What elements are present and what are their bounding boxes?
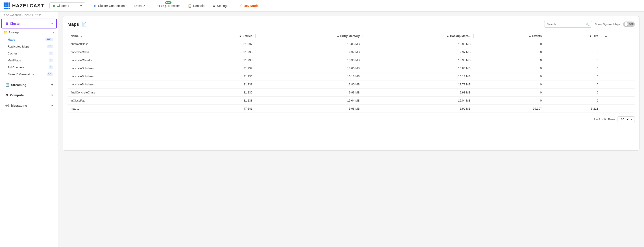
messaging-chevron-icon: ▾ xyxy=(51,104,53,107)
cell-name: finalConcreteClass xyxy=(68,88,183,96)
sidebar-item-replicated-maps[interactable]: Replicated Maps 1/2 xyxy=(1,43,57,50)
sidebar-item-multimaps[interactable]: MultiMaps 1 xyxy=(1,57,57,64)
cell-extra xyxy=(602,64,635,72)
external-link-icon: ↗ xyxy=(143,4,145,7)
col-header-entry-memory[interactable]: ▲ Entry Memory xyxy=(256,32,363,40)
sidebar-streaming-label: Streaming xyxy=(11,83,26,87)
pn-counters-badge: 1 xyxy=(49,66,53,69)
sql-browser-button[interactable]: New 🗃 SQL Browser xyxy=(154,3,183,9)
compute-chevron-icon: ▾ xyxy=(51,94,53,97)
search-icon: 🔍 xyxy=(586,22,590,26)
maps-item-label: Maps xyxy=(8,38,15,41)
pagination: 1 – 9 of 9 Rows 5102050100 ▾ xyxy=(68,116,635,122)
cell-entry-memory: 13.33 MB xyxy=(256,56,363,64)
sidebar-item-pn-counters[interactable]: PN Counters 1 xyxy=(1,64,57,70)
replicated-maps-item-label: Replicated Maps xyxy=(8,45,29,48)
cluster-connections-button[interactable]: ⊕ Cluster Connections xyxy=(91,3,130,9)
cell-entry-memory: 5.98 MB xyxy=(256,105,363,113)
cell-backup-mem: 9.37 MB xyxy=(363,48,474,56)
sidebar-storage-group: 📁 Storage ▲ Maps 9/12 Replicated Maps 1/… xyxy=(0,29,58,80)
main-content: Maps 📄 🔍 Show System Maps OFF xyxy=(58,12,644,247)
table-row[interactable]: concreteSubclass... 31,237 18.86 MB 18.8… xyxy=(68,64,635,72)
card-header: Maps 📄 🔍 Show System Maps OFF xyxy=(68,21,635,28)
rows-per-page-dropdown[interactable]: 5102050100 xyxy=(620,118,630,121)
caches-badge: 1 xyxy=(49,52,53,55)
cell-entries: 31,238 xyxy=(183,80,256,88)
maps-table: Name ▲ ▲ Entries ▲ Entry Memory xyxy=(68,32,635,113)
events-sort-icon: ▲ xyxy=(528,34,532,38)
table-row[interactable]: inClassPath 31,238 15.04 MB 15.04 MB 0 0 xyxy=(68,96,635,105)
cell-name: concreteSubclass... xyxy=(68,64,183,72)
streaming-chevron-icon: ▾ xyxy=(51,84,53,86)
dev-mode-button[interactable]: ⟨⟩ Dev Mode xyxy=(237,3,262,9)
header-right: 🔍 Show System Maps OFF xyxy=(544,21,635,28)
cell-hits: 0 xyxy=(545,88,602,96)
col-backup-mem-label: Backup Mem... xyxy=(450,34,470,38)
table-row[interactable]: map-1 47,541 5.98 MB 5.99 MB 99,107 5,21… xyxy=(68,105,635,113)
cell-extra xyxy=(602,105,635,113)
replicated-maps-badge: 1/2 xyxy=(47,44,53,48)
cell-backup-mem: 15.04 MB xyxy=(363,96,474,105)
logo-text: HAZELCAST xyxy=(12,3,44,9)
plus-circle-icon: ⊕ xyxy=(94,4,97,8)
multimaps-item-label: MultiMaps xyxy=(8,59,21,62)
storage-group-header[interactable]: 📁 Storage ▲ xyxy=(0,29,58,36)
rows-select-chevron-icon: ▾ xyxy=(631,118,632,121)
table-body: abstractClass 31,237 15.85 MB 15.85 MB 0… xyxy=(68,40,635,113)
messaging-icon: 💬 xyxy=(6,104,9,107)
logo-grid-icon xyxy=(4,2,10,9)
cluster-connections-label: Cluster Connections xyxy=(98,4,126,8)
entries-sort-icon: ▲ xyxy=(239,34,242,38)
sidebar-item-caches[interactable]: Caches 1 xyxy=(1,50,57,57)
storage-label: Storage xyxy=(8,31,19,34)
caches-item-label: Caches xyxy=(8,52,18,55)
dev-mode-label: Dev Mode xyxy=(244,4,258,8)
cell-entry-memory: 15.13 MB xyxy=(256,72,363,80)
cell-hits: 5,211 xyxy=(545,105,602,113)
pn-counters-item-label: PN Counters xyxy=(8,66,24,69)
show-system-maps-toggle[interactable]: OFF xyxy=(623,22,635,27)
docs-button[interactable]: Docs ↗ xyxy=(131,3,148,9)
cell-events: 0 xyxy=(474,64,545,72)
maps-file-icon: 📄 xyxy=(82,22,86,27)
col-header-backup-mem[interactable]: ▲ Backup Mem... xyxy=(363,32,474,40)
cell-hits: 0 xyxy=(545,56,602,64)
table-row[interactable]: concreteClass 31,235 9.37 MB 9.37 MB 0 0 xyxy=(68,48,635,56)
table-row[interactable]: concreteClassExt... 31,235 13.33 MB 13.3… xyxy=(68,56,635,64)
sidebar-cluster-section[interactable]: ⊞ Cluster ▾ xyxy=(1,18,57,28)
table-row[interactable]: concreteSubclass... 31,236 15.13 MB 15.1… xyxy=(68,72,635,80)
sidebar-streaming-section[interactable]: 🔄 Streaming ▾ xyxy=(1,80,57,90)
sidebar-messaging-section[interactable]: 💬 Messaging ▾ xyxy=(1,101,57,110)
col-header-events[interactable]: ▲ Events xyxy=(474,32,545,40)
sidebar-item-flake-id[interactable]: Flake ID Generators 1/1 xyxy=(1,71,57,78)
cell-entries: 31,235 xyxy=(183,56,256,64)
table-row[interactable]: concreteSubclass... 31,238 12.80 MB 12.7… xyxy=(68,80,635,88)
col-header-hits[interactable]: ▲ Hits xyxy=(545,32,602,40)
search-box[interactable]: 🔍 xyxy=(544,21,592,28)
cell-entry-memory: 18.86 MB xyxy=(256,64,363,72)
rows-label: Rows xyxy=(608,118,615,121)
col-header-entries[interactable]: ▲ Entries xyxy=(183,32,256,40)
cell-extra xyxy=(602,80,635,88)
cell-backup-mem: 12.79 MB xyxy=(363,80,474,88)
cell-name: concreteClassExt... xyxy=(68,56,183,64)
topnav: HAZELCAST Cluster-1 ▾ ⊕ Cluster Connecti… xyxy=(0,0,644,12)
console-button[interactable]: 📋 Console xyxy=(185,3,208,9)
cluster-selector[interactable]: Cluster-1 ▾ xyxy=(49,2,85,9)
rows-per-page-select[interactable]: 5102050100 ▾ xyxy=(618,116,635,122)
cell-backup-mem: 13.33 MB xyxy=(363,56,474,64)
cell-entries: 31,235 xyxy=(183,88,256,96)
settings-button[interactable]: ⚙ Settings xyxy=(210,3,232,9)
col-hits-label: Hits xyxy=(593,34,598,38)
table-row[interactable]: abstractClass 31,237 15.85 MB 15.85 MB 0… xyxy=(68,40,635,48)
sidebar-compute-section[interactable]: ⚙ Compute ▾ xyxy=(1,90,57,100)
col-entry-memory-label: Entry Memory xyxy=(340,34,360,38)
cell-backup-mem: 15.85 MB xyxy=(363,40,474,48)
col-header-name[interactable]: Name ▲ xyxy=(68,32,183,40)
logo: HAZELCAST xyxy=(4,2,44,9)
search-input[interactable] xyxy=(547,23,584,26)
table-row[interactable]: finalConcreteClass 31,235 9.93 MB 9.93 M… xyxy=(68,88,635,96)
sidebar-item-maps[interactable]: Maps 9/12 xyxy=(1,36,57,43)
cell-backup-mem: 9.93 MB xyxy=(363,88,474,96)
cell-hits: 0 xyxy=(545,40,602,48)
